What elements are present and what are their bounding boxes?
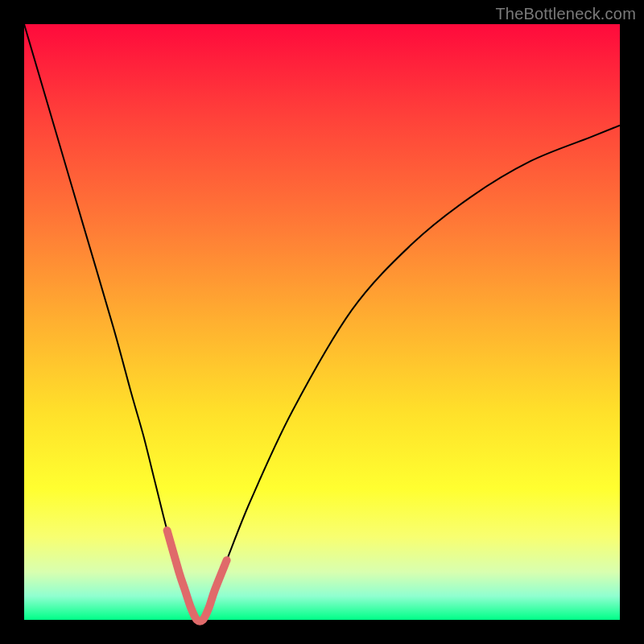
- bottleneck-marker: [167, 530, 227, 621]
- chart-plot-area: [24, 24, 620, 620]
- watermark-text: TheBottleneck.com: [495, 5, 636, 23]
- bottleneck-curve: [24, 24, 620, 621]
- chart-svg: [24, 24, 620, 620]
